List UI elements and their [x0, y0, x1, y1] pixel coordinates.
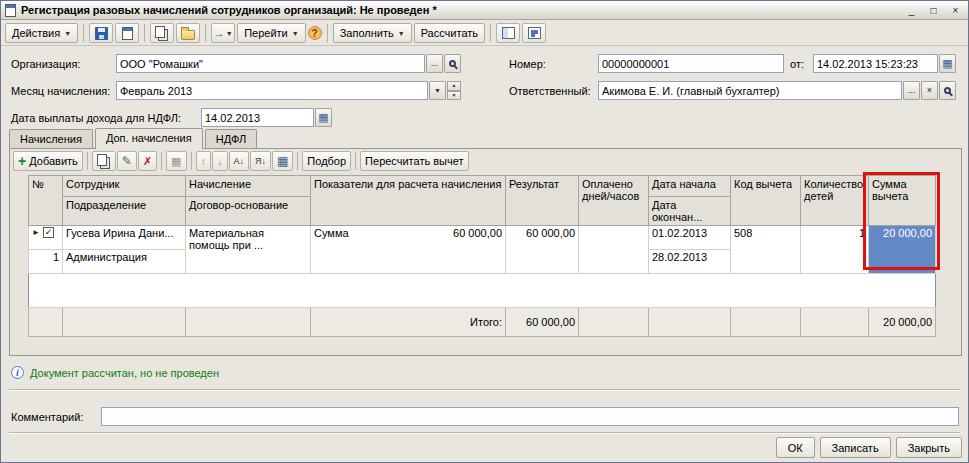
ok-button[interactable]: ОК — [776, 437, 815, 458]
move-up-button[interactable]: ↑ — [196, 151, 212, 171]
copy-icon — [155, 26, 165, 38]
responsible-ellipsis-button[interactable]: ... — [903, 81, 920, 100]
tab-nachisleniya[interactable]: Начисления — [9, 129, 93, 148]
separator — [327, 24, 328, 42]
list-settings-button[interactable] — [522, 23, 546, 43]
number-input[interactable] — [598, 54, 784, 73]
close-icon[interactable]: × — [947, 3, 964, 18]
fill-button[interactable]: Заполнить ▼ — [333, 23, 412, 43]
chevron-down-icon: ▼ — [64, 30, 71, 37]
totals-empty — [801, 308, 869, 337]
col-header-paid[interactable]: Оплачено дней/часов — [579, 176, 649, 226]
comment-input[interactable] — [101, 407, 959, 426]
spin-down-icon[interactable]: ▼ — [447, 91, 461, 101]
table-row[interactable]: ► ✓ Гусева Ирина Дани... Материальная по… — [29, 226, 936, 250]
window-title: Регистрация разовых начислений сотрудник… — [21, 4, 898, 16]
deduction-code-cell[interactable]: 508 — [731, 226, 801, 274]
responsible-open-button[interactable] — [939, 81, 956, 100]
go-label: Перейти — [244, 27, 288, 39]
col-header-contract[interactable]: Договор-основание — [186, 197, 311, 226]
sort-asc-button[interactable]: А↓ — [229, 151, 250, 171]
col-header-accrual[interactable]: Начисление — [186, 176, 311, 197]
split-view-icon — [502, 27, 515, 39]
open-list-button[interactable] — [176, 23, 200, 43]
save-button-footer[interactable]: Записать — [820, 437, 891, 458]
tab-dop-nachisleniya[interactable]: Доп. начисления — [95, 128, 203, 149]
save-button[interactable] — [89, 23, 113, 43]
result-cell[interactable]: 60 000,00 — [506, 226, 579, 274]
col-header-num[interactable]: № — [29, 176, 63, 226]
number-label: Номер: — [509, 58, 546, 70]
ndfl-calendar-button[interactable]: ▦ — [315, 108, 332, 127]
window-icon — [5, 4, 16, 17]
spin-up-icon[interactable]: ▲ — [447, 81, 461, 91]
tab-ndfl[interactable]: НДФЛ — [205, 129, 257, 148]
calculate-button[interactable]: Рассчитать — [414, 23, 485, 43]
accrual-cell[interactable]: Материальная помощь при ... — [186, 226, 311, 274]
month-input[interactable] — [116, 81, 428, 100]
responsible-clear-button[interactable]: × — [921, 81, 938, 100]
current-row-marker-icon: ► — [32, 228, 40, 237]
post-document-button[interactable]: → ▼ — [211, 23, 235, 43]
copy-button[interactable] — [150, 23, 174, 43]
col-header-deduction-code[interactable]: Код вычета — [731, 176, 801, 226]
responsible-field-group: ... × — [598, 81, 956, 100]
deduction-sum-cell[interactable]: 20 000,00 — [869, 226, 936, 274]
col-header-employee[interactable]: Сотрудник — [63, 176, 186, 197]
copy-row-button[interactable] — [92, 151, 116, 171]
organization-open-button[interactable] — [444, 54, 461, 73]
help-icon[interactable]: ? — [308, 26, 322, 40]
col-header-deduction-sum[interactable]: Сумма вычета — [869, 176, 936, 226]
col-header-date-end[interactable]: Дата окончан... — [649, 197, 731, 226]
recalc-deduction-button[interactable]: Пересчитать вычет — [360, 151, 468, 171]
fill-label: Заполнить — [340, 27, 394, 39]
date-input[interactable] — [813, 54, 938, 73]
sort-desc-button[interactable]: Я↓ — [250, 151, 271, 171]
row-number-cell[interactable]: 1 — [29, 250, 63, 274]
close-button-footer[interactable]: Закрыть — [896, 437, 962, 458]
ndfl-date-input[interactable] — [201, 108, 314, 127]
separator — [205, 24, 206, 42]
edit-row-button[interactable]: ✎ — [117, 151, 137, 171]
chevron-down-icon: ▼ — [434, 87, 441, 94]
col-header-indicators[interactable]: Показатели для расчета начисления — [311, 176, 506, 226]
maximize-icon[interactable]: □ — [925, 3, 942, 18]
totals-empty — [731, 308, 801, 337]
organization-input[interactable] — [116, 54, 425, 73]
row-marker-cell[interactable]: ► ✓ — [29, 226, 63, 250]
col-header-date-start[interactable]: Дата начала — [649, 176, 731, 197]
reread-button[interactable] — [115, 23, 139, 43]
grid-toolbar: + Добавить ✎ ✗ ▦ ↑ ↓ А↓ Я↓ ▦ Подбор Пере… — [10, 149, 961, 173]
split-view-button[interactable] — [496, 23, 520, 43]
month-spinner[interactable]: ▲ ▼ — [447, 81, 461, 100]
end-edit-button[interactable]: ▦ — [166, 151, 186, 171]
add-row-button[interactable]: + Добавить — [13, 151, 83, 171]
save-icon — [95, 27, 108, 40]
go-button[interactable]: Перейти ▼ — [237, 23, 306, 43]
separator — [297, 152, 298, 170]
date-start-cell[interactable]: 01.02.2013 — [649, 226, 731, 250]
col-header-children[interactable]: Количество детей — [801, 176, 869, 226]
paid-days-cell[interactable] — [579, 226, 649, 274]
totals-empty — [579, 308, 649, 337]
delete-row-button[interactable]: ✗ — [138, 151, 157, 171]
employee-cell[interactable]: Гусева Ирина Дани... — [63, 226, 186, 250]
col-header-department[interactable]: Подразделение — [63, 197, 186, 226]
department-cell[interactable]: Администрация — [63, 250, 186, 274]
move-down-button[interactable]: ↓ — [212, 151, 228, 171]
date-end-cell[interactable]: 28.02.2013 — [649, 250, 731, 274]
children-count-cell[interactable]: 1 — [801, 226, 869, 274]
month-dropdown-button[interactable]: ▼ — [429, 81, 446, 100]
actions-button[interactable]: Действия ▼ — [5, 23, 78, 43]
responsible-input[interactable] — [598, 81, 902, 100]
col-header-result[interactable]: Результат — [506, 176, 579, 226]
row-checkbox[interactable]: ✓ — [43, 227, 54, 238]
minimize-icon[interactable]: _ — [903, 3, 920, 18]
organization-field-group: ... — [116, 54, 461, 73]
indicators-cell[interactable]: Сумма 60 000,00 — [311, 226, 506, 274]
organization-ellipsis-button[interactable]: ... — [426, 54, 443, 73]
accruals-table: № Сотрудник Начисление Показатели для ра… — [28, 175, 936, 337]
date-calendar-button[interactable]: ▦ — [939, 54, 956, 73]
pick-button[interactable]: Подбор — [302, 151, 351, 171]
list-setup-button[interactable]: ▦ — [272, 151, 293, 171]
